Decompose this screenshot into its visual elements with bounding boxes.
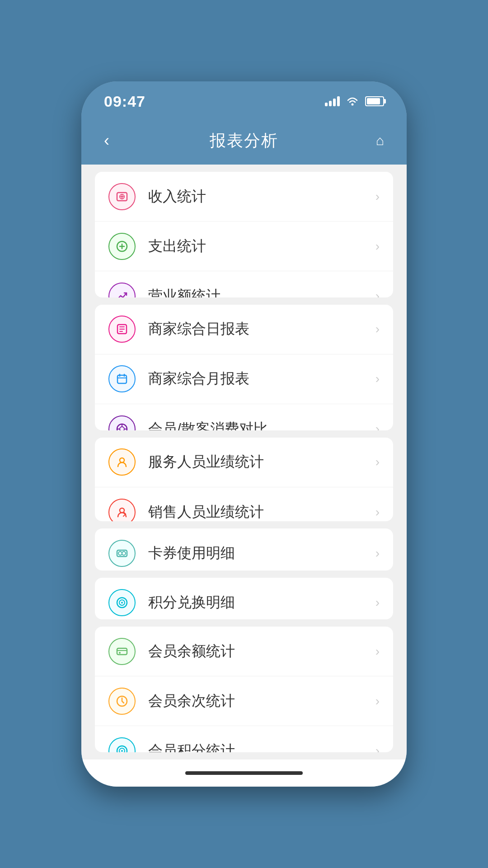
menu-item-member-compare[interactable]: 会员/散客消费对比› — [95, 404, 393, 430]
menu-label-member-balance: 会员余额统计 — [148, 642, 375, 661]
menu-label-member-times: 会员余次统计 — [148, 691, 375, 711]
menu-arrow-expense: › — [375, 239, 380, 254]
menu-icon-expense — [108, 233, 136, 260]
phone-frame: 09:47 ‹ 报表分析 ⌂ — [81, 81, 407, 787]
menu-label-daily-report: 商家综合日报表 — [148, 319, 375, 339]
menu-label-revenue: 营业额统计 — [148, 286, 375, 297]
status-time: 09:47 — [104, 93, 145, 110]
menu-item-member-balance[interactable]: 会员余额统计› — [95, 627, 393, 676]
battery-icon — [365, 96, 384, 106]
menu-label-income: 收入统计 — [148, 187, 375, 207]
menu-arrow-member-compare: › — [375, 422, 380, 430]
svg-point-21 — [121, 750, 123, 752]
back-button[interactable]: ‹ — [99, 127, 114, 155]
menu-group-group3: 服务人员业绩统计› 销售人员业绩统计› — [95, 438, 393, 521]
menu-label-member-points: 会员积分统计 — [148, 741, 375, 752]
menu-icon-member-times — [108, 688, 136, 715]
menu-label-sales-staff: 销售人员业绩统计 — [148, 502, 375, 521]
menu-label-card-detail: 卡券使用明细 — [148, 543, 375, 563]
menu-group-group2: 商家综合日报表› 商家综合月报表› 会员/散客消费对比› — [95, 305, 393, 430]
svg-point-8 — [120, 458, 124, 462]
menu-item-revenue[interactable]: 营业额统计› — [95, 271, 393, 297]
menu-label-expense: 支出统计 — [148, 236, 375, 256]
menu-group-group4: 卡券使用明细› — [95, 528, 393, 571]
menu-arrow-member-points: › — [375, 744, 380, 752]
svg-point-9 — [120, 508, 124, 513]
svg-point-11 — [118, 552, 122, 555]
menu-item-member-times[interactable]: 会员余次统计› — [95, 676, 393, 726]
menu-arrow-daily-report: › — [375, 322, 380, 336]
menu-icon-card-detail — [108, 540, 136, 567]
menu-item-monthly-report[interactable]: 商家综合月报表› — [95, 354, 393, 404]
svg-point-15 — [121, 602, 123, 604]
menu-item-income[interactable]: 收入统计› — [95, 172, 393, 222]
menu-item-card-detail[interactable]: 卡券使用明细› — [95, 528, 393, 571]
menu-icon-member-balance — [108, 638, 136, 665]
menu-icon-revenue — [108, 283, 136, 297]
svg-rect-16 — [117, 648, 127, 655]
menu-item-service-staff[interactable]: 服务人员业绩统计› — [95, 438, 393, 487]
svg-rect-5 — [117, 375, 127, 383]
menu-group-group5: 积分兑换明细› — [95, 578, 393, 620]
menu-item-daily-report[interactable]: 商家综合日报表› — [95, 305, 393, 354]
signal-icon — [325, 96, 340, 106]
menu-arrow-revenue: › — [375, 289, 380, 297]
menu-arrow-member-times: › — [375, 694, 380, 708]
menu-icon-points-exchange — [108, 589, 136, 616]
menu-arrow-member-balance: › — [375, 644, 380, 659]
svg-point-7 — [120, 427, 124, 430]
svg-point-0 — [352, 104, 354, 106]
home-button[interactable]: ⌂ — [371, 128, 389, 153]
content-area: 收入统计› 支出统计› 营业额统计› 商家综合日报表› 商家综合月报表› 会员/… — [81, 165, 407, 760]
menu-arrow-monthly-report: › — [375, 372, 380, 386]
menu-item-points-exchange[interactable]: 积分兑换明细› — [95, 578, 393, 620]
menu-arrow-card-detail: › — [375, 546, 380, 561]
menu-label-member-compare: 会员/散客消费对比 — [148, 419, 375, 430]
menu-label-service-staff: 服务人员业绩统计 — [148, 452, 375, 472]
menu-arrow-sales-staff: › — [375, 505, 380, 519]
menu-arrow-points-exchange: › — [375, 595, 380, 610]
home-bar — [81, 760, 407, 787]
menu-icon-daily-report — [108, 316, 136, 343]
menu-icon-income — [108, 183, 136, 210]
menu-icon-monthly-report — [108, 365, 136, 392]
menu-icon-member-points — [108, 737, 136, 752]
menu-item-expense[interactable]: 支出统计› — [95, 222, 393, 271]
wifi-icon — [346, 96, 359, 106]
status-bar: 09:47 — [81, 81, 407, 121]
page-title: 报表分析 — [210, 130, 278, 152]
menu-icon-sales-staff — [108, 499, 136, 521]
menu-label-monthly-report: 商家综合月报表 — [148, 369, 375, 389]
status-icons — [325, 96, 384, 106]
menu-arrow-income: › — [375, 189, 380, 204]
menu-label-points-exchange: 积分兑换明细 — [148, 593, 375, 613]
svg-point-12 — [122, 552, 126, 555]
nav-bar: ‹ 报表分析 ⌂ — [81, 121, 407, 165]
menu-item-member-points[interactable]: 会员积分统计› — [95, 726, 393, 752]
menu-icon-member-compare — [108, 415, 136, 430]
menu-arrow-service-staff: › — [375, 455, 380, 469]
menu-group-group1: 收入统计› 支出统计› 营业额统计› — [95, 172, 393, 297]
menu-icon-service-staff — [108, 448, 136, 476]
menu-item-sales-staff[interactable]: 销售人员业绩统计› — [95, 487, 393, 521]
home-bar-indicator — [185, 771, 303, 775]
svg-point-17 — [119, 652, 121, 654]
menu-group-group6: 会员余额统计› 会员余次统计› 会员积分统计› — [95, 627, 393, 752]
